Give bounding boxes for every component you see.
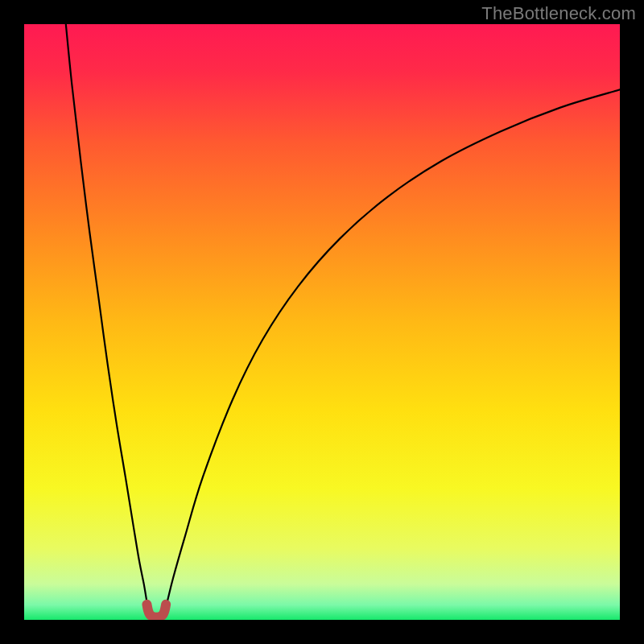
chart-frame: TheBottleneck.com (0, 0, 644, 644)
plot-area (24, 24, 620, 620)
watermark-text: TheBottleneck.com (481, 3, 636, 24)
chart-svg (24, 24, 620, 620)
gradient-background (24, 24, 620, 620)
